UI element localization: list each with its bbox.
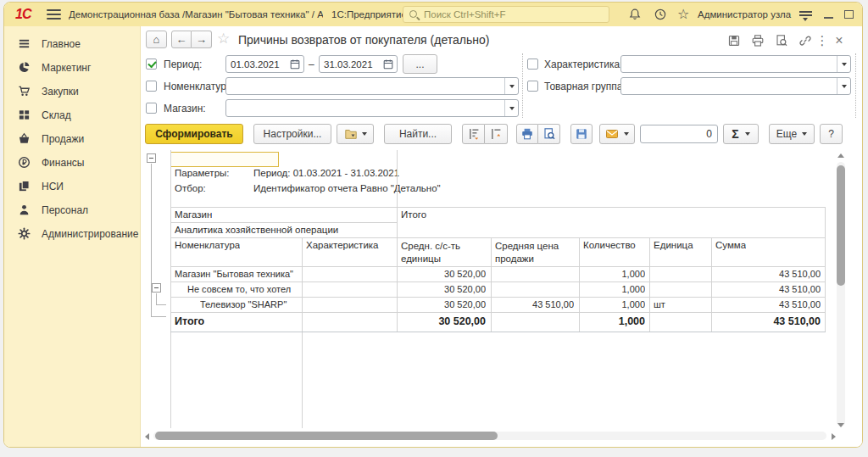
sidebar-item-glavnoe[interactable]: Главное (4, 35, 141, 55)
filter-splitter[interactable] (855, 53, 856, 118)
store-input[interactable] (231, 100, 503, 116)
table-cell-name[interactable]: Телевизор "SHARP" (200, 299, 298, 309)
nomenclature-combo[interactable] (225, 77, 519, 95)
chevron-down-icon[interactable] (837, 78, 850, 94)
total-label[interactable]: Итого (175, 315, 204, 327)
send-email-button[interactable] (599, 124, 635, 144)
maximize-button[interactable] (840, 3, 857, 26)
table-cell-sum[interactable]: 43 510,00 (712, 284, 821, 294)
save-icon[interactable] (725, 32, 743, 49)
scroll-up-icon[interactable] (837, 153, 844, 158)
table-cell-avg-price[interactable]: 43 510,00 (492, 299, 574, 309)
main-menu-icon[interactable] (47, 14, 61, 15)
save-result-button[interactable] (570, 124, 593, 144)
scroll-left-icon[interactable] (145, 433, 149, 440)
chevron-down-icon[interactable] (837, 56, 850, 72)
store-checkbox[interactable] (146, 103, 157, 114)
window-close-icon[interactable]: × (859, 3, 863, 26)
help-button[interactable]: ? (820, 124, 843, 144)
characteristic-checkbox[interactable] (527, 59, 538, 70)
global-search-field[interactable] (403, 6, 609, 23)
nomenclature-input[interactable] (231, 78, 503, 94)
selected-cell[interactable] (170, 152, 279, 167)
print-icon[interactable] (748, 32, 767, 49)
forward-button[interactable]: → (192, 31, 212, 48)
table-cell-avg-cost[interactable]: 30 520,00 (398, 269, 486, 279)
sidebar-item-administrirovanie[interactable]: Администрирование (4, 225, 141, 245)
minimize-button[interactable] (820, 3, 837, 26)
sidebar-item-marketing[interactable]: Маркетинг (4, 59, 141, 79)
total-avg-cost[interactable]: 30 520,00 (398, 315, 486, 327)
filter-splitter[interactable] (522, 53, 523, 118)
chevron-down-icon[interactable] (504, 78, 518, 94)
table-cell-avg-cost[interactable]: 30 520,00 (398, 284, 486, 294)
table-cell-name[interactable]: Магазин "Бытовая техника" (175, 269, 298, 279)
period-to-input[interactable] (324, 56, 380, 72)
generate-button[interactable]: Сформировать (145, 124, 243, 144)
scroll-down-icon[interactable] (837, 423, 844, 427)
table-cell-name[interactable]: Не совсем то, что хотел (187, 284, 298, 294)
table-cell-qty[interactable]: 1,000 (580, 284, 645, 294)
back-button[interactable]: ← (171, 31, 192, 48)
collapse-group-icon[interactable] (147, 153, 156, 163)
sidebar-item-personal[interactable]: Персонал (4, 201, 141, 221)
horizontal-scrollbar-thumb[interactable] (155, 432, 498, 440)
history-clock-icon[interactable] (654, 8, 667, 21)
calendar-icon[interactable] (382, 59, 394, 70)
store-combo[interactable] (225, 99, 519, 117)
sidebar-item-sklad[interactable]: Склад (4, 106, 141, 126)
print-button[interactable] (516, 124, 538, 144)
total-sum[interactable]: 43 510,00 (712, 315, 821, 327)
table-cell-qty[interactable]: 1,000 (580, 269, 645, 279)
table-cell-unit[interactable]: шт (654, 299, 704, 309)
preview-icon[interactable] (772, 32, 791, 49)
nomenclature-label: Номенклатура: (164, 78, 235, 96)
home-button[interactable]: ⌂ (146, 31, 167, 48)
collapse-groups-button[interactable] (485, 124, 508, 144)
period-checkbox[interactable] (146, 59, 157, 70)
table-cell-sum[interactable]: 43 510,00 (712, 299, 821, 309)
grid-line (170, 297, 826, 298)
sum-button[interactable]: Σ (723, 124, 759, 144)
sidebar-item-prodazhi[interactable]: Продажи (4, 130, 141, 150)
current-user[interactable]: Администратор узла (698, 3, 791, 26)
characteristic-input[interactable] (626, 56, 835, 72)
notifications-bell-icon[interactable] (628, 8, 642, 21)
nomenclature-checkbox[interactable] (146, 81, 157, 92)
total-qty[interactable]: 1,000 (580, 315, 645, 327)
table-cell-avg-cost[interactable]: 30 520,00 (398, 299, 486, 309)
scroll-right-icon[interactable] (832, 433, 836, 440)
find-button[interactable]: Найти... (384, 124, 452, 144)
product-group-checkbox[interactable] (527, 81, 538, 92)
form-close-icon[interactable]: × (832, 32, 847, 49)
product-group-input[interactable] (626, 78, 835, 94)
settings-button[interactable]: Настройки... (253, 124, 331, 144)
table-cell-sum[interactable]: 43 510,00 (712, 269, 821, 279)
more-actions-icon[interactable]: ⋮ (816, 32, 828, 49)
period-from-field[interactable] (225, 55, 304, 73)
period-variants-button[interactable]: ... (403, 54, 437, 74)
more-button[interactable]: Еще (769, 124, 815, 144)
sidebar-item-nsi[interactable]: НСИ (4, 177, 141, 198)
grid-line (170, 312, 826, 313)
report-spreadsheet[interactable]: Параметры: Период: 01.03.2021 - 31.03.20… (143, 150, 852, 443)
sidebar-item-finansy[interactable]: Финансы (4, 153, 141, 174)
vertical-scrollbar-thumb[interactable] (837, 165, 845, 286)
table-cell-qty[interactable]: 1,000 (580, 299, 645, 309)
get-link-icon[interactable] (796, 32, 815, 49)
counter-field[interactable] (640, 125, 718, 143)
product-group-combo[interactable] (620, 77, 851, 95)
search-input[interactable] (424, 7, 602, 22)
sidebar-item-zakupki[interactable]: Закупки (4, 82, 141, 103)
collapse-group-icon[interactable] (152, 283, 161, 293)
period-from-input[interactable] (231, 56, 287, 72)
report-variants-button[interactable] (337, 124, 374, 144)
favorites-star-icon[interactable]: ☆ (677, 4, 689, 25)
expand-groups-button[interactable] (462, 124, 485, 144)
chevron-down-icon[interactable] (504, 100, 518, 116)
characteristic-combo[interactable] (620, 55, 851, 73)
print-preview-button[interactable] (538, 124, 560, 144)
calendar-icon[interactable] (289, 59, 301, 70)
favorite-star-icon[interactable]: ☆ (217, 30, 230, 47)
period-to-field[interactable] (319, 55, 398, 73)
